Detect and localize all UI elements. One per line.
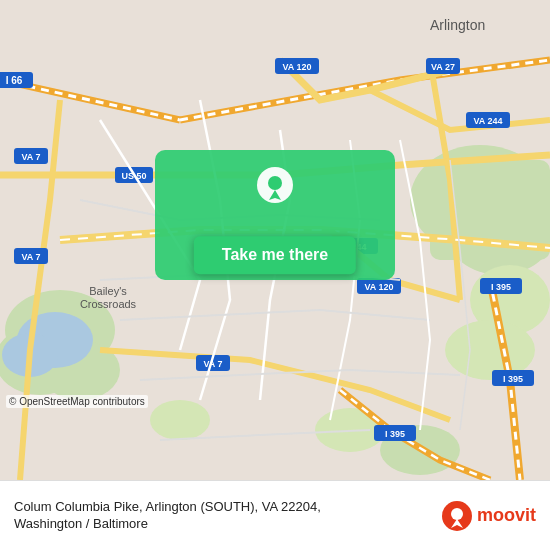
svg-text:I 395: I 395 [503, 374, 523, 384]
map-area: I 66 VA 120 VA 27 VA 244 US 50 VA 7 VA 7 [0, 0, 550, 480]
address-text: Colum Columbia Pike, Arlington (SOUTH), … [14, 499, 321, 533]
svg-text:VA 7: VA 7 [21, 152, 40, 162]
svg-point-45 [268, 176, 282, 190]
svg-text:VA 244: VA 244 [473, 116, 502, 126]
svg-text:Crossroads: Crossroads [80, 298, 137, 310]
footer-bar: Colum Columbia Pike, Arlington (SOUTH), … [0, 480, 550, 550]
svg-point-11 [150, 400, 210, 440]
svg-text:VA 27: VA 27 [431, 62, 455, 72]
take-me-there-button[interactable]: Take me there [194, 236, 356, 274]
svg-text:VA 7: VA 7 [21, 252, 40, 262]
svg-text:I 395: I 395 [491, 282, 511, 292]
svg-text:VA 120: VA 120 [364, 282, 393, 292]
svg-text:Arlington: Arlington [430, 17, 485, 33]
moovit-logo-area: moovit [441, 500, 536, 532]
svg-text:Bailey's: Bailey's [89, 285, 127, 297]
moovit-icon [441, 500, 473, 532]
svg-point-47 [451, 508, 463, 520]
moovit-logo: moovit [441, 500, 536, 532]
osm-attribution: © OpenStreetMap contributors [6, 395, 148, 408]
footer-address-block: Colum Columbia Pike, Arlington (SOUTH), … [14, 499, 321, 533]
moovit-text: moovit [477, 505, 536, 526]
svg-text:I 66: I 66 [6, 75, 23, 86]
svg-text:VA 120: VA 120 [282, 62, 311, 72]
svg-text:I 395: I 395 [385, 429, 405, 439]
